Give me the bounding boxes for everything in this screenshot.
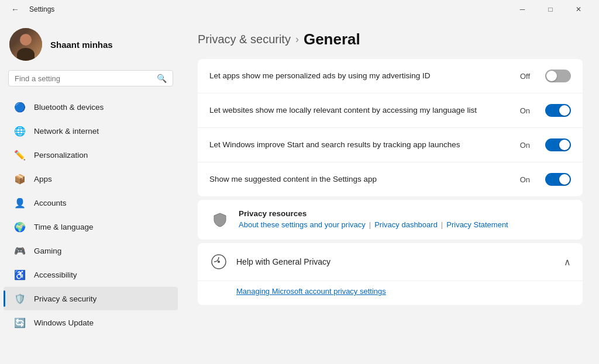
sidebar: Shaant minhas 🔍 🔵 Bluetooth & devices 🌐 … [0, 19, 181, 364]
accessibility-icon: ♿ [14, 269, 26, 280]
toggle-knob-suggested [559, 174, 570, 185]
user-name: Shaant minhas [50, 40, 113, 50]
nav-item-label: Time & language [34, 223, 94, 231]
help-header[interactable]: Help with General Privacy ∧ [198, 243, 583, 280]
setting-label-suggested: Show me suggested content in the Setting… [209, 174, 511, 185]
toggle-knob-tracking [559, 140, 570, 150]
search-box[interactable]: 🔍 [8, 70, 173, 86]
setting-row-ads: Let apps show me personalized ads by usi… [198, 59, 583, 93]
setting-row-tracking: Let Windows improve Start and search res… [198, 128, 583, 162]
close-button[interactable]: ✕ [565, 0, 592, 19]
setting-status-tracking: On [520, 141, 530, 150]
setting-status-ads: Off [520, 72, 530, 81]
titlebar-title: Settings [29, 5, 54, 13]
main-layout: Shaant minhas 🔍 🔵 Bluetooth & devices 🌐 … [0, 19, 599, 364]
pen-icon: ✏️ [14, 149, 26, 161]
link-separator: | [441, 220, 443, 229]
sidebar-item-time[interactable]: 🌍 Time & language [4, 215, 178, 238]
sidebar-item-accessibility[interactable]: ♿ Accessibility [4, 263, 178, 286]
breadcrumb-separator: › [295, 33, 299, 46]
help-link-ms-account[interactable]: Managing Microsoft account privacy setti… [236, 287, 571, 296]
nav-item-label: Bluetooth & devices [34, 103, 104, 112]
nav-item-label: Network & internet [34, 127, 99, 136]
sidebar-item-accounts[interactable]: 👤 Accounts [4, 191, 178, 214]
breadcrumb: Privacy & security › General [198, 30, 583, 48]
toggle-knob-language [559, 105, 570, 116]
setting-status-suggested: On [520, 175, 530, 184]
toggle-knob-ads [546, 71, 557, 81]
chevron-up-icon: ∧ [564, 256, 571, 268]
setting-label-tracking: Let Windows improve Start and search res… [209, 140, 511, 151]
user-section: Shaant minhas [0, 19, 181, 67]
setting-label-ads: Let apps show me personalized ads by usi… [209, 71, 511, 82]
avatar[interactable] [9, 28, 42, 61]
nav-item-label: Accessibility [34, 271, 77, 279]
nav-item-label: Personalization [34, 151, 88, 160]
sidebar-item-privacy[interactable]: 🛡️ Privacy & security [4, 287, 178, 310]
nav-item-label: Apps [34, 175, 52, 183]
privacy-resources-content: Privacy resources About these settings a… [239, 209, 508, 229]
setting-label-language: Let websites show me locally relevant co… [209, 105, 511, 116]
svg-point-1 [218, 261, 220, 263]
privacy-link-statement[interactable]: Privacy Statement [446, 220, 508, 229]
setting-row-language: Let websites show me locally relevant co… [198, 93, 583, 128]
toggle-tracking[interactable] [545, 138, 571, 151]
bluetooth-icon: 🔵 [14, 101, 26, 113]
privacy-resources-card: Privacy resources About these settings a… [198, 200, 583, 240]
settings-card: Let apps show me personalized ads by usi… [198, 59, 583, 196]
titlebar: ← Settings ─ □ ✕ [0, 0, 599, 19]
shield-icon: 🛡️ [14, 293, 26, 304]
user-info: Shaant minhas [50, 40, 113, 50]
time-icon: 🌍 [14, 221, 26, 233]
nav-item-label: Gaming [34, 247, 61, 255]
sidebar-item-personalization[interactable]: ✏️ Personalization [4, 143, 178, 167]
shield-icon [209, 209, 230, 230]
apps-icon: 📦 [14, 173, 26, 185]
titlebar-controls: ─ □ ✕ [509, 0, 592, 19]
nav-item-label: Windows Update [34, 318, 94, 327]
setting-row-suggested: Show me suggested content in the Setting… [198, 162, 583, 196]
search-input[interactable] [15, 74, 152, 83]
back-button[interactable]: ← [7, 1, 23, 18]
privacy-link-dashboard[interactable]: Privacy dashboard [374, 220, 438, 229]
sidebar-item-bluetooth[interactable]: 🔵 Bluetooth & devices [4, 95, 178, 119]
breadcrumb-parent: Privacy & security [198, 33, 291, 46]
help-icon [209, 252, 228, 271]
network-icon: 🌐 [14, 125, 26, 137]
update-icon: 🔄 [14, 317, 26, 328]
gaming-icon: 🎮 [14, 245, 26, 256]
sidebar-item-network[interactable]: 🌐 Network & internet [4, 119, 178, 143]
account-icon: 👤 [14, 197, 26, 209]
privacy-resources-links: About these settings and your privacy|Pr… [239, 220, 508, 229]
breadcrumb-current: General [304, 30, 360, 48]
privacy-link-about[interactable]: About these settings and your privacy [239, 220, 366, 229]
nav-container: 🔵 Bluetooth & devices 🌐 Network & intern… [0, 95, 181, 335]
minimize-button[interactable]: ─ [509, 0, 536, 19]
maximize-button[interactable]: □ [537, 0, 564, 19]
titlebar-left: ← Settings [7, 1, 54, 18]
search-icon: 🔍 [157, 74, 167, 83]
nav-item-label: Privacy & security [34, 294, 97, 303]
content-area: Privacy & security › General Let apps sh… [181, 19, 599, 364]
sidebar-item-windows-update[interactable]: 🔄 Windows Update [4, 311, 178, 334]
help-content: Managing Microsoft account privacy setti… [198, 280, 583, 305]
toggle-ads[interactable] [545, 70, 571, 82]
privacy-resources-title: Privacy resources [239, 209, 508, 218]
sidebar-item-apps[interactable]: 📦 Apps [4, 167, 178, 190]
help-title: Help with General Privacy [236, 257, 556, 266]
toggle-language[interactable] [545, 104, 571, 117]
help-card: Help with General Privacy ∧ Managing Mic… [198, 243, 583, 305]
avatar-image [9, 28, 42, 61]
nav-item-label: Accounts [34, 199, 67, 207]
sidebar-item-gaming[interactable]: 🎮 Gaming [4, 239, 178, 262]
setting-status-language: On [520, 106, 530, 115]
link-separator: | [369, 220, 371, 229]
toggle-suggested[interactable] [545, 173, 571, 186]
